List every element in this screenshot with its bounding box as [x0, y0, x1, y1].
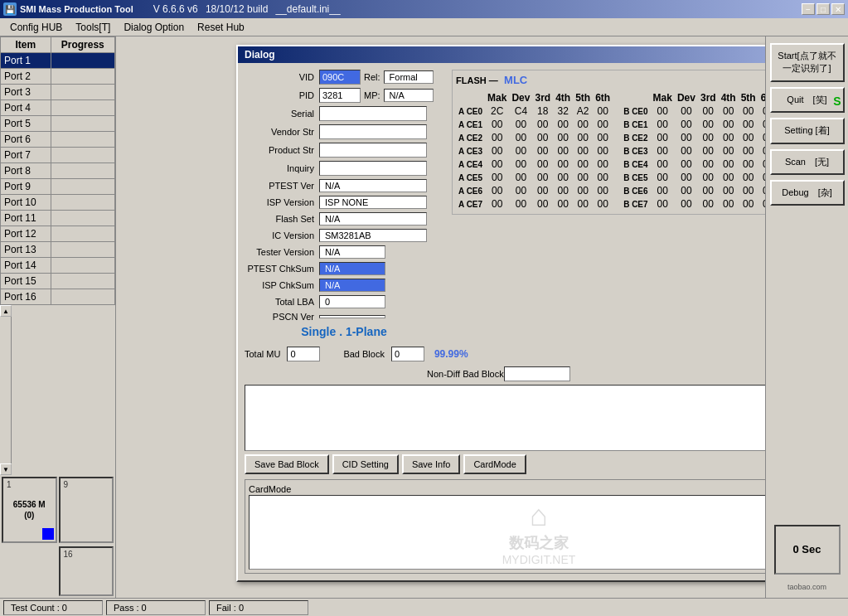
minimize-button[interactable]: −: [802, 3, 815, 15]
inquiry-input[interactable]: [319, 161, 427, 176]
flash-cell: 00: [485, 184, 509, 197]
nondiff-input[interactable]: [504, 366, 570, 381]
port-row[interactable]: Port 9: [1, 179, 115, 195]
main-area: Item Progress Port 1Port 2Port 3Port 4Po…: [0, 36, 848, 598]
port-row[interactable]: Port 8: [1, 163, 115, 179]
close-button[interactable]: ✕: [831, 3, 845, 15]
flash-cell: 00: [758, 171, 765, 184]
port-row[interactable]: Port 15: [1, 274, 115, 289]
menu-tools[interactable]: Tools[T]: [69, 20, 117, 35]
port-row[interactable]: Port 10: [1, 195, 115, 211]
debug-button[interactable]: Debug [杂]: [770, 180, 845, 206]
scroll-up[interactable]: ▲: [0, 305, 12, 317]
maximize-button[interactable]: □: [817, 3, 830, 15]
flash-cell: 00: [509, 118, 532, 131]
port-row[interactable]: Port 3: [1, 85, 115, 100]
scan-button[interactable]: Scan [无]: [770, 149, 845, 175]
total-mu-input[interactable]: [287, 347, 320, 361]
flash-row-label: B CE7: [621, 197, 650, 211]
save-bad-block-button[interactable]: Save Bad Block: [245, 454, 329, 474]
pscn-ver-value: [319, 315, 385, 318]
flash-row-label: A CE0: [456, 104, 485, 118]
flash-cell: A2: [573, 104, 593, 118]
port-row[interactable]: Port 6: [1, 132, 115, 148]
pid-input[interactable]: [319, 88, 361, 103]
flash-cell: 00: [593, 171, 613, 184]
flash-cell: 00: [509, 144, 532, 158]
scroll-down[interactable]: ▼: [0, 463, 12, 475]
flash-cell: 00: [719, 197, 739, 211]
grid-cell-16: 16: [59, 546, 114, 596]
flash-row-label: B CE4: [621, 158, 650, 171]
port-progress: [51, 100, 114, 116]
cid-setting-button[interactable]: CID Setting: [332, 454, 399, 474]
serial-input[interactable]: [319, 106, 427, 121]
flash-row-label: A CE7: [456, 197, 485, 211]
card-mode-button[interactable]: CardMode: [463, 454, 526, 474]
flash-row-label: A CE2: [456, 131, 485, 144]
vid-input[interactable]: [319, 70, 361, 85]
product-str-input[interactable]: [319, 143, 427, 158]
menu-config-hub[interactable]: Config HUB: [3, 20, 69, 35]
isp-version-value: ISP NONE: [319, 196, 427, 209]
flash-cell: 00: [485, 197, 509, 211]
flash-cell: 00: [739, 131, 758, 144]
flash-cell: 00: [675, 131, 698, 144]
port-row[interactable]: Port 12: [1, 226, 115, 242]
port-row[interactable]: Port 16: [1, 289, 115, 305]
total-lba-value: 0: [319, 295, 385, 308]
menu-dialog-option[interactable]: Dialog Option: [117, 20, 191, 35]
start-button[interactable]: Start[点了就不一定识别了]: [770, 43, 845, 82]
flash-row: B CE3000000000000: [621, 144, 765, 158]
isp-chksum-label: ISP ChkSum: [245, 280, 319, 290]
flash-cell: 00: [739, 104, 758, 118]
flash-cell: 00: [509, 131, 532, 144]
right-panel: Start[点了就不一定识别了] Quit [笑] S Setting [着] …: [765, 36, 848, 598]
vendor-str-input[interactable]: [319, 124, 427, 139]
port-name: Port 7: [1, 148, 51, 163]
rel-value: Formal: [384, 70, 434, 84]
port-row[interactable]: Port 4: [1, 100, 115, 116]
ptest-ver-value: N/A: [319, 179, 427, 192]
flash-cell: 00: [651, 104, 675, 118]
port-row[interactable]: Port 11: [1, 211, 115, 226]
mlc-label: MLC: [504, 74, 527, 86]
flash-cell: 00: [573, 158, 593, 171]
flash-cell: 00: [698, 158, 719, 171]
port-name: Port 3: [1, 85, 51, 100]
port-progress: [51, 258, 114, 274]
flash-cell: C4: [509, 104, 532, 118]
flash-cell: 00: [532, 184, 553, 197]
flash-cell: 00: [485, 171, 509, 184]
port-row[interactable]: Port 1: [1, 53, 115, 69]
setting-button[interactable]: Setting [着]: [770, 118, 845, 143]
flash-row-label: B CE6: [621, 184, 650, 197]
port-progress: [51, 163, 114, 179]
flash-cell: 00: [739, 197, 758, 211]
flash-cell: 00: [719, 184, 739, 197]
left-scrollbar[interactable]: ▲ ▼: [0, 305, 12, 475]
flash-cell: 00: [675, 184, 698, 197]
port-name: Port 5: [1, 116, 51, 132]
flash-cell: 00: [719, 158, 739, 171]
flash-cell: 00: [573, 184, 593, 197]
quit-button[interactable]: Quit [笑] S: [770, 87, 845, 113]
port-row[interactable]: Port 13: [1, 242, 115, 258]
flash-row: A CE7000000000000: [456, 197, 613, 211]
port-row[interactable]: Port 5: [1, 116, 115, 132]
flash-cell: 00: [739, 184, 758, 197]
port-row[interactable]: Port 7: [1, 148, 115, 163]
port-row[interactable]: Port 14: [1, 258, 115, 274]
port-progress: [51, 116, 114, 132]
port-progress: [51, 148, 114, 163]
flash-cell: 00: [532, 131, 553, 144]
bad-block-input[interactable]: [391, 347, 424, 361]
flash-cell: 00: [485, 118, 509, 131]
port-row[interactable]: Port 2: [1, 69, 115, 85]
save-info-button[interactable]: Save Info: [402, 454, 460, 474]
flash-cell: 00: [698, 118, 719, 131]
flash-cell: 00: [573, 197, 593, 211]
menu-reset-hub[interactable]: Reset Hub: [191, 20, 251, 35]
vid-label: VID: [245, 72, 319, 82]
flash-cell: 00: [509, 171, 532, 184]
